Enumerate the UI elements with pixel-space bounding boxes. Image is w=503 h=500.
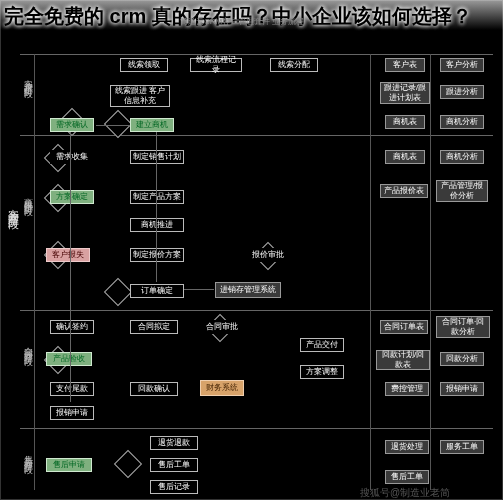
n-r3b: 制定销售计划 [130,150,184,164]
footer-credit: 搜狐号@制造业老简 [360,486,450,500]
sr-r1-4: 跟进分析 [440,85,484,99]
stage1-label: 客户跟进阶段 [22,72,35,84]
lane-sep-3 [20,428,493,429]
n-r4a: 方案确定 [50,190,94,204]
stage2-label: 商机推进阶段 [22,190,35,202]
sr-r10-1: 费控管理 [385,382,429,396]
sr-r4-1: 产品报价表 [380,184,428,198]
n-r8d: 产品交付 [300,338,344,352]
n-r7b: 订单确定 [130,284,184,298]
stage4-label: 售后管理阶段 [22,448,35,460]
n-r5b: 商机推进 [130,218,184,232]
n-r4b: 制定产品方案 [130,190,184,204]
diagram-header: 简道云CRM客户管理套件 业务流程 [180,16,304,27]
n-r12b: 退货退款 [150,436,198,450]
sr-r2-2: 商机分析 [440,115,484,129]
sr-r13-1: 退货处理 [385,440,429,454]
n-r6b: 制定报价方案 [130,248,184,262]
conn3 [70,132,71,402]
n-r10c: 财务系统 [200,380,244,396]
lane-sep-2 [20,310,493,311]
n-r6c: 报价审批 [246,248,290,262]
sr-r2-1: 商机表 [385,115,425,129]
n-r1a: 线索领取 [120,58,168,72]
n-r1ba: 线索跟进 客户信息补充 [110,85,170,107]
n-r1b: 线索流程记录 [190,58,242,72]
n-r2a: 需求确认 [50,118,94,132]
n-r8a: 确认签约 [50,320,94,334]
sr-r8-2: 合同订单·回款分析 [436,316,490,338]
n-r8c: 合同审批 [200,320,244,334]
lane-sep-1 [20,135,493,136]
sr-r3-2: 商机分析 [440,150,484,164]
sr-r13-2: 服务工单 [440,440,484,454]
n-r13b: 售后工单 [150,458,198,472]
stage3-label: 合同管理阶段 [22,340,35,352]
sr-r14-1: 售后工单 [385,470,429,484]
lane-top [20,54,493,55]
n-r1c: 线索分配 [270,58,318,72]
sr-r10-2: 报销申请 [440,382,484,396]
n-r11a: 报销申请 [50,406,94,420]
n-r9a: 产品验收 [46,352,92,366]
sr-r9-1: 回款计划/回款表 [376,350,430,370]
conn2 [156,132,157,282]
sr-r1-1: 客户表 [385,58,425,72]
sr-r9-2: 回款分析 [440,352,484,366]
conn [96,125,130,126]
sr-r1-2: 客户分析 [440,58,484,72]
sr-r4-2: 产品管理/报价分析 [436,180,488,202]
n-r10a: 支付尾款 [50,382,94,396]
n-r14b: 售后记录 [150,480,198,494]
sr-r8-1: 合同订单表 [380,320,428,334]
n-r7c: 进销存管理系统 [215,282,281,298]
left-col-sep [34,54,35,490]
n-r2b: 建立商机 [130,118,174,132]
n-r10d: 方案调整 [300,365,344,379]
right-col-sep2 [430,54,431,490]
n-r10b: 回款确认 [130,382,178,396]
n-r6a: 客户报失 [46,248,90,262]
n-r13a: 售后申请 [46,458,92,472]
sr-r3-1: 商机表 [385,150,425,164]
conn4 [184,289,214,290]
stage-main-label: 客户管理阶段 [6,200,21,212]
sr-r1-3: 跟进记录/跟进计划表 [380,82,430,104]
right-col-sep [370,54,371,490]
n-r8b: 合同拟定 [130,320,178,334]
n-r3a: 需求收集 [50,150,94,164]
